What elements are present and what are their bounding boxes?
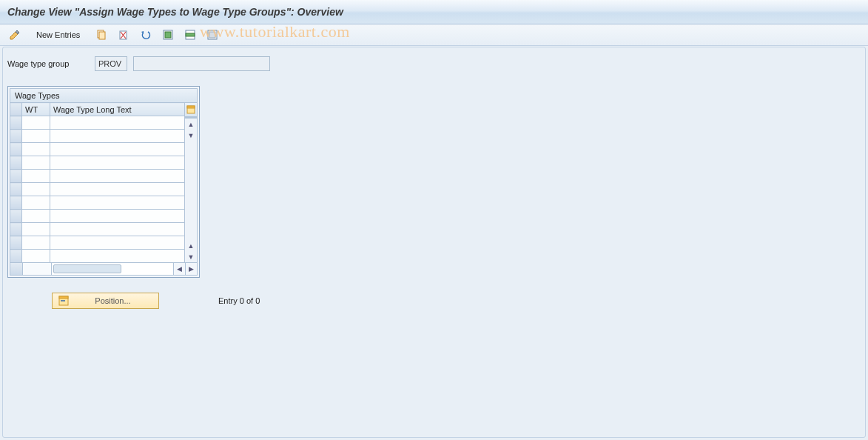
scroll-down-button[interactable]: ▼ [185,251,197,262]
vertical-scrollbar[interactable]: ▲ ▼ ▲ ▼ [185,118,198,263]
table-row[interactable] [10,170,185,183]
cell-wt[interactable] [22,130,50,143]
cell-wt[interactable] [22,210,50,223]
content-area: Wage type group PROV Wage Types WT Wage … [0,46,868,319]
svg-rect-6 [186,33,195,36]
table-row[interactable] [10,183,185,196]
row-selector[interactable] [10,130,22,143]
horizontal-scrollbar[interactable]: ◀ ▶ [10,263,198,276]
delete-button[interactable] [113,27,134,43]
copy-icon [95,29,107,41]
wage-type-group-desc-field [133,56,270,71]
column-header-long-text[interactable]: Wage Type Long Text [50,103,185,116]
table-settings-button[interactable] [185,103,197,117]
hscroll-left-button[interactable]: ◀ [173,263,185,275]
delete-icon [118,29,129,41]
toggle-display-change-button[interactable] [4,27,25,43]
svg-rect-12 [59,296,68,299]
row-selector[interactable] [10,116,22,130]
hscroll-right-button[interactable]: ▶ [185,263,197,275]
position-icon [58,296,69,306]
hscroll-spacer [23,263,52,275]
new-entries-label: New Entries [36,30,80,39]
cell-wt[interactable] [22,223,50,236]
undo-button[interactable] [135,27,156,43]
wage-types-panel-title: Wage Types [10,89,197,102]
entry-count-text: Entry 0 of 0 [218,296,260,305]
row-selector[interactable] [10,250,22,263]
svg-rect-10 [187,106,195,108]
cell-long-text[interactable] [50,223,185,236]
wage-type-group-code-field: PROV [95,56,127,71]
cell-long-text[interactable] [50,156,185,170]
select-all-icon [162,29,174,41]
svg-rect-13 [61,300,65,301]
svg-rect-8 [209,32,215,38]
row-selector[interactable] [10,170,22,183]
page-title: Change View "Assign Wage Types to Wage T… [7,6,343,18]
deselect-all-icon [206,29,218,41]
scroll-up-button[interactable]: ▲ [185,119,197,130]
table-row[interactable] [10,116,185,130]
cell-wt[interactable] [22,170,50,183]
table-row[interactable] [10,143,185,156]
table-row[interactable] [10,196,185,210]
select-block-button[interactable] [180,27,201,43]
scroll-up-step-button[interactable]: ▲ [185,240,197,251]
svg-rect-1 [99,32,105,39]
row-selector[interactable] [10,223,22,236]
wage-types-table-panel: Wage Types WT Wage Type Long Text [7,86,200,278]
cell-wt[interactable] [22,156,50,170]
deselect-all-button[interactable] [202,27,223,43]
title-bar: Change View "Assign Wage Types to Wage T… [0,0,868,24]
row-selector[interactable] [10,156,22,170]
row-selector-footer [10,263,23,275]
table-row[interactable] [10,156,185,170]
cell-wt[interactable] [22,250,50,263]
row-selector[interactable] [10,196,22,210]
cell-wt[interactable] [22,143,50,156]
hscroll-thumb[interactable] [53,264,121,273]
table-config-strip: ▲ ▼ ▲ ▼ [185,102,198,263]
position-button[interactable]: Position... [52,293,159,309]
row-selector[interactable] [10,183,22,196]
hscroll-track[interactable] [52,263,173,275]
table-row[interactable] [10,250,185,263]
new-entries-button[interactable]: New Entries [31,27,85,43]
pencil-icon [9,29,21,41]
row-selector[interactable] [10,210,22,223]
cell-long-text[interactable] [50,183,185,196]
cell-wt[interactable] [22,183,50,196]
cell-wt[interactable] [22,116,50,130]
cell-long-text[interactable] [50,116,185,130]
row-selector[interactable] [10,143,22,156]
cell-wt[interactable] [22,236,50,250]
position-button-label: Position... [73,296,152,305]
select-block-icon [184,29,196,41]
table-settings-icon [186,105,195,114]
cell-long-text[interactable] [50,143,185,156]
svg-rect-4 [165,32,171,38]
scroll-track[interactable] [185,141,197,240]
undo-icon [140,29,152,41]
table-row[interactable] [10,130,185,143]
copy-as-button[interactable] [91,27,112,43]
select-all-button[interactable] [158,27,178,43]
table-row[interactable] [10,223,185,236]
cell-long-text[interactable] [50,130,185,143]
cell-long-text[interactable] [50,250,185,263]
cell-long-text[interactable] [50,170,185,183]
scroll-down-step-button[interactable]: ▼ [185,130,197,141]
table-footer-row: Position... Entry 0 of 0 [7,293,861,309]
cell-long-text[interactable] [50,196,185,210]
wage-types-table[interactable]: WT Wage Type Long Text [10,102,185,263]
row-selector[interactable] [10,236,22,250]
table-row[interactable] [10,236,185,250]
cell-wt[interactable] [22,196,50,210]
application-toolbar: New Entries [0,24,868,46]
row-selector-header[interactable] [10,103,22,116]
cell-long-text[interactable] [50,236,185,250]
cell-long-text[interactable] [50,210,185,223]
column-header-wt[interactable]: WT [22,103,50,116]
table-row[interactable] [10,210,185,223]
